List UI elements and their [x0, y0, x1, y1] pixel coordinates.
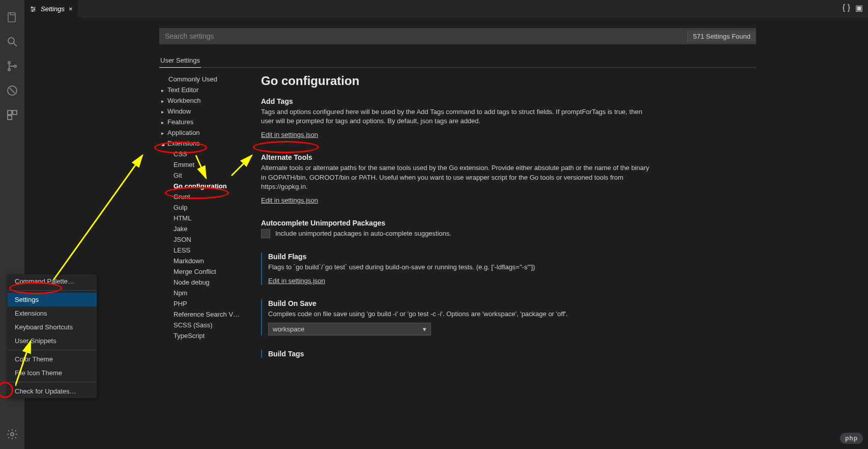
toc-reference-search[interactable]: Reference Search V…	[159, 309, 246, 320]
source-control-icon[interactable]	[0, 54, 24, 78]
svg-point-15	[32, 7, 33, 8]
setting-build-tags: Build Tags	[261, 350, 653, 358]
gear-icon[interactable]	[0, 422, 24, 446]
user-settings-tab[interactable]: User Settings	[159, 53, 201, 68]
debug-icon[interactable]	[0, 78, 24, 103]
setting-label: Add Tags	[261, 97, 653, 105]
extensions-icon[interactable]	[0, 103, 24, 127]
open-json-icon[interactable]: { }	[843, 3, 850, 13]
toc-emmet[interactable]: Emmet	[159, 159, 246, 170]
toc-jake[interactable]: Jake	[159, 223, 246, 234]
tab-label: Settings	[41, 5, 65, 13]
setting-label: Autocomplete Unimported Packages	[261, 219, 653, 227]
tab-settings-icon	[30, 6, 37, 13]
toc-commonly-used[interactable]: Commonly Used	[159, 74, 246, 85]
close-icon[interactable]: ×	[69, 5, 73, 13]
svg-rect-10	[8, 116, 12, 120]
setting-build-on-save: Build On Save Compiles code on file save…	[261, 299, 653, 335]
toc-css[interactable]: CSS	[159, 149, 246, 159]
toc-workbench[interactable]: Workbench	[159, 95, 246, 106]
toc-typescript[interactable]: TypeScript	[159, 330, 246, 341]
svg-point-3	[8, 62, 10, 64]
toc-text-editor[interactable]: Text Editor	[159, 85, 246, 95]
setting-build-flags: Build Flags Flags to `go build`/`go test…	[261, 252, 653, 285]
menu-command-palette[interactable]: Command Palette…	[8, 274, 97, 288]
svg-line-7	[10, 88, 15, 93]
toc-gulp[interactable]: Gulp	[159, 202, 246, 213]
menu-user-snippets[interactable]: User Snippets	[8, 334, 97, 348]
svg-point-1	[8, 38, 14, 44]
toc-grunt[interactable]: Grunt	[159, 191, 246, 202]
search-row: 571 Settings Found	[159, 28, 756, 44]
setting-label: Build Tags	[268, 350, 653, 358]
setting-label: Alternate Tools	[261, 153, 653, 161]
setting-autocomplete-unimported: Autocomplete Unimported Packages Include…	[261, 219, 653, 238]
menu-separator	[8, 382, 97, 382]
edit-in-settings-json-link[interactable]: Edit in settings.json	[261, 131, 318, 138]
svg-point-17	[32, 10, 33, 11]
tab-settings[interactable]: Settings ×	[24, 0, 78, 18]
toc-php[interactable]: PHP	[159, 298, 246, 309]
toc-scss[interactable]: SCSS (Sass)	[159, 320, 246, 330]
toc-features[interactable]: Features	[159, 117, 246, 127]
svg-line-2	[14, 43, 17, 46]
menu-check-updates[interactable]: Check for Updates…	[8, 384, 97, 398]
setting-description: Alternate tools or alternate paths for t…	[261, 163, 653, 191]
settings-content: Go configuration Add Tags Tags and optio…	[261, 74, 653, 372]
toc-application[interactable]: Application	[159, 127, 246, 138]
toc-json[interactable]: JSON	[159, 234, 246, 245]
explorer-icon[interactable]	[0, 5, 24, 30]
edit-in-settings-json-link[interactable]: Edit in settings.json	[268, 277, 325, 285]
results-count-badge: 571 Settings Found	[687, 31, 756, 42]
editor-actions: { } ▣	[843, 3, 863, 13]
menu-file-icon-theme[interactable]: File Icon Theme	[8, 366, 97, 380]
toc-merge-conflict[interactable]: Merge Conflict	[159, 266, 246, 277]
svg-rect-0	[8, 13, 15, 22]
split-editor-icon[interactable]: ▣	[855, 3, 863, 13]
setting-alternate-tools: Alternate Tools Alternate tools or alter…	[261, 153, 653, 205]
setting-add-tags: Add Tags Tags and options configured her…	[261, 97, 653, 139]
menu-separator	[8, 290, 97, 291]
scope-tabs: User Settings	[159, 53, 756, 68]
toc-less[interactable]: LESS	[159, 245, 246, 256]
menu-settings[interactable]: Settings	[8, 293, 97, 306]
checkbox-label: Include unimported packages in auto-comp…	[275, 230, 451, 237]
svg-point-5	[14, 65, 16, 67]
setting-label: Build On Save	[268, 299, 653, 307]
settings-search-input[interactable]	[160, 32, 687, 40]
toc-node-debug[interactable]: Node debug	[159, 277, 246, 288]
svg-rect-9	[13, 110, 17, 115]
section-heading: Go configuration	[261, 74, 653, 88]
svg-point-16	[34, 8, 35, 9]
gear-context-menu: Command Palette… Settings Extensions Key…	[8, 274, 97, 398]
toc-window[interactable]: Window	[159, 106, 246, 117]
settings-editor: 571 Settings Found User Settings Commonl…	[24, 18, 868, 449]
search-icon[interactable]	[0, 30, 24, 54]
menu-color-theme[interactable]: Color Theme	[8, 352, 97, 366]
watermark: php	[840, 433, 863, 444]
svg-point-4	[8, 69, 10, 71]
build-on-save-select[interactable]: workspace	[268, 323, 431, 335]
checkbox[interactable]	[261, 229, 270, 238]
svg-rect-8	[8, 110, 12, 115]
setting-label: Build Flags	[268, 252, 653, 261]
toc-git[interactable]: Git	[159, 170, 246, 181]
toc-extensions[interactable]: Extensions	[159, 138, 246, 149]
menu-keyboard-shortcuts[interactable]: Keyboard Shortcuts	[8, 320, 97, 334]
toc-markdown[interactable]: Markdown	[159, 256, 246, 266]
setting-description: Flags to `go build`/`go test` used durin…	[268, 263, 653, 272]
edit-in-settings-json-link[interactable]: Edit in settings.json	[261, 197, 318, 204]
settings-toc: Commonly Used Text Editor Workbench Wind…	[159, 74, 246, 372]
menu-separator	[8, 350, 97, 350]
toc-html[interactable]: HTML	[159, 213, 246, 223]
menu-extensions[interactable]: Extensions	[8, 306, 97, 320]
toc-go-configuration[interactable]: Go configuration	[159, 181, 246, 191]
svg-point-11	[11, 433, 14, 436]
toc-npm[interactable]: Npm	[159, 288, 246, 298]
setting-description: Tags and options configured here will be…	[261, 107, 653, 126]
setting-description: Compiles code on file save using 'go bui…	[268, 310, 653, 319]
tab-bar: Settings ×	[24, 0, 868, 18]
